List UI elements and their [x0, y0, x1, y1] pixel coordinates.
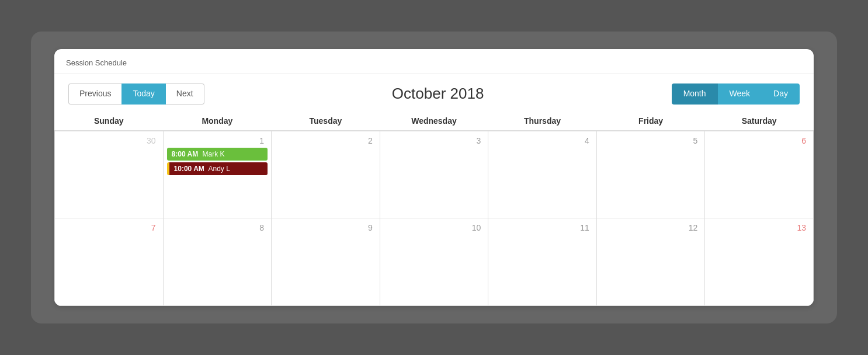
cell-date-13: 13: [709, 221, 810, 235]
cell-date-8: 8: [167, 221, 268, 235]
cell-oct2: 2: [272, 131, 380, 218]
cell-date-2: 2: [275, 134, 376, 148]
day-view-button[interactable]: Day: [762, 83, 800, 105]
event-name-mark: Mark K: [202, 150, 224, 158]
cell-oct10: 10: [380, 218, 488, 306]
cell-date-12: 12: [600, 221, 702, 235]
view-button-group: Month Week Day: [672, 83, 800, 105]
month-view-button[interactable]: Month: [672, 83, 718, 105]
cell-date-5: 5: [600, 134, 702, 148]
cell-date-6: 6: [709, 134, 810, 148]
cell-date-11: 11: [492, 221, 593, 235]
cell-date-30: 30: [58, 134, 159, 148]
cell-oct13: 13: [705, 218, 814, 306]
cell-oct7: 7: [55, 218, 164, 306]
cell-date-10: 10: [384, 221, 485, 235]
cell-oct5: 5: [596, 131, 705, 218]
cell-date-7: 7: [58, 221, 159, 235]
cell-oct3: 3: [380, 131, 488, 218]
day-header-sunday: Sunday: [55, 112, 164, 131]
cell-oct11: 11: [488, 218, 597, 306]
card-title: Session Schedule: [66, 58, 127, 67]
event-mark-k[interactable]: 8:00 AM Mark K: [167, 148, 268, 161]
previous-button[interactable]: Previous: [68, 83, 121, 105]
cell-oct1: 1 8:00 AM Mark K 10:00 AM Andy L: [163, 131, 272, 218]
card-header: Session Schedule: [54, 49, 814, 74]
cell-oct12: 12: [596, 218, 705, 306]
event-time-andy: 10:00 AM: [174, 165, 204, 173]
cell-oct8: 8: [163, 218, 272, 306]
table-row: 30 1 8:00 AM Mark K 10:00 AM Andy L: [55, 131, 814, 218]
today-button[interactable]: Today: [121, 83, 165, 105]
cell-sep30: 30: [55, 131, 164, 218]
cell-oct9: 9: [272, 218, 380, 306]
cell-oct4: 4: [488, 131, 597, 218]
event-time-mark: 8:00 AM: [172, 150, 199, 158]
nav-button-group: Previous Today Next: [68, 83, 204, 105]
calendar-card: Session Schedule Previous Today Next Oct…: [54, 49, 814, 306]
day-header-monday: Monday: [163, 112, 272, 131]
cell-oct6: 6: [705, 131, 814, 218]
day-header-saturday: Saturday: [705, 112, 814, 131]
calendar-toolbar: Previous Today Next October 2018 Month W…: [54, 74, 814, 112]
cell-date-9: 9: [275, 221, 376, 235]
calendar-table: Sunday Monday Tuesday Wednesday Thursday…: [54, 112, 814, 307]
cell-date-4: 4: [492, 134, 593, 148]
day-header-thursday: Thursday: [488, 112, 597, 131]
next-button[interactable]: Next: [166, 83, 204, 105]
event-name-andy: Andy L: [208, 165, 230, 173]
day-header-friday: Friday: [596, 112, 705, 131]
day-header-wednesday: Wednesday: [380, 112, 488, 131]
day-header-tuesday: Tuesday: [272, 112, 380, 131]
cell-date-3: 3: [384, 134, 485, 148]
outer-wrapper: Session Schedule Previous Today Next Oct…: [31, 32, 837, 323]
event-andy-l[interactable]: 10:00 AM Andy L: [167, 162, 268, 175]
week-view-button[interactable]: Week: [718, 83, 762, 105]
calendar-title: October 2018: [204, 85, 672, 103]
cell-date-1: 1: [167, 134, 268, 148]
table-row: 7 8 9 10 11 12: [55, 218, 814, 306]
